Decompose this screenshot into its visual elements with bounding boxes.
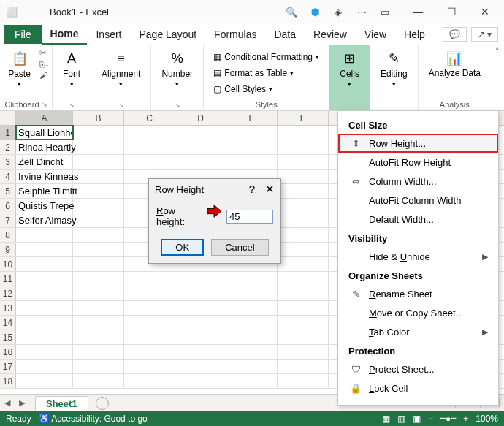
cell-styles-button[interactable]: ▢Cell Styles▾ xyxy=(213,82,319,96)
conditional-formatting-button[interactable]: ▦Conditional Formatting▾ xyxy=(213,50,319,64)
cell[interactable] xyxy=(73,301,124,315)
col-header-A[interactable]: A xyxy=(16,111,73,125)
cell[interactable] xyxy=(124,301,175,315)
alignment-button[interactable]: ≡ Alignment ▾ xyxy=(96,48,146,89)
dialog-close-button[interactable]: ✕ xyxy=(265,183,275,196)
menu-protect-sheet[interactable]: 🛡 Protect Sheet... xyxy=(338,360,498,379)
menu-hide-unhide[interactable]: Hide & Unhide ▶ xyxy=(338,247,498,266)
cell[interactable]: Seifer Almasy xyxy=(16,213,73,227)
cell[interactable] xyxy=(73,345,124,359)
cell[interactable] xyxy=(278,301,329,315)
cell[interactable] xyxy=(175,316,226,330)
cell[interactable] xyxy=(278,360,329,373)
cell[interactable] xyxy=(124,345,175,359)
account-icon[interactable]: ▭ xyxy=(378,7,392,18)
row-header[interactable]: 16 xyxy=(0,345,16,359)
cell[interactable] xyxy=(226,140,278,154)
menu-autofit-col[interactable]: AutoFit Column Width xyxy=(338,191,498,210)
number-button[interactable]: % Number ▾ xyxy=(156,48,199,89)
menu-lock-cell[interactable]: 🔒 Lock Cell xyxy=(338,379,498,398)
cell[interactable]: Zell Dincht xyxy=(16,155,73,169)
number-launcher[interactable]: ↘ xyxy=(175,102,180,109)
collapse-ribbon-icon[interactable]: ˄ xyxy=(495,47,500,56)
row-header[interactable]: 13 xyxy=(0,301,16,315)
cell[interactable] xyxy=(226,360,278,373)
cell[interactable]: Irvine Kinneas xyxy=(16,170,73,183)
autosave-toggle-icon[interactable]: ⬜ xyxy=(6,7,18,18)
cell[interactable] xyxy=(124,316,175,330)
add-sheet-button[interactable]: + xyxy=(96,397,109,410)
row-header[interactable]: 12 xyxy=(0,286,16,300)
cell[interactable] xyxy=(226,272,278,286)
select-all-corner[interactable] xyxy=(0,111,16,125)
cell[interactable] xyxy=(226,345,278,359)
tab-page-layout[interactable]: Page Layout xyxy=(130,25,205,44)
cell[interactable] xyxy=(226,330,278,344)
row-header[interactable]: 4 xyxy=(0,170,16,183)
cell[interactable] xyxy=(278,272,329,286)
cell[interactable] xyxy=(73,330,124,344)
row-header[interactable]: 15 xyxy=(0,330,16,344)
col-header-B[interactable]: B xyxy=(73,111,124,125)
cell[interactable] xyxy=(278,126,329,140)
row-header[interactable]: 5 xyxy=(0,184,16,198)
sheet-tab[interactable]: Sheet1 xyxy=(35,396,88,411)
row-header[interactable]: 9 xyxy=(0,243,16,256)
overflow-icon[interactable]: ⋯ xyxy=(355,7,368,18)
tab-view[interactable]: View xyxy=(356,25,395,44)
cell[interactable] xyxy=(16,272,73,286)
row-header[interactable]: 3 xyxy=(0,155,16,169)
clipboard-launcher[interactable]: ↘ xyxy=(42,101,47,108)
cell[interactable] xyxy=(278,184,329,198)
cell[interactable] xyxy=(73,316,124,330)
menu-rename-sheet[interactable]: ✎ Rename Sheet xyxy=(338,284,498,303)
col-header-E[interactable]: E xyxy=(226,111,278,125)
maximize-button[interactable]: ☐ xyxy=(438,6,465,18)
cell[interactable] xyxy=(175,155,226,169)
cell[interactable] xyxy=(278,316,329,330)
cell[interactable] xyxy=(16,301,73,315)
cell[interactable] xyxy=(124,272,175,286)
cell[interactable] xyxy=(175,126,226,140)
cell[interactable] xyxy=(73,286,124,300)
share-button[interactable]: ↗ ▾ xyxy=(471,27,498,42)
dialog-help-button[interactable]: ? xyxy=(249,183,255,196)
search-icon[interactable]: 🔍 xyxy=(285,7,298,18)
cell[interactable]: Rinoa Heartly xyxy=(16,140,73,154)
font-launcher[interactable]: ↘ xyxy=(69,102,75,109)
ok-button[interactable]: OK xyxy=(161,239,204,256)
cell[interactable]: Squall Lionheart xyxy=(16,126,73,140)
cell[interactable] xyxy=(73,126,124,140)
menu-autofit-row[interactable]: AutoFit Row Height xyxy=(338,153,498,172)
cell[interactable] xyxy=(124,126,175,140)
cell[interactable] xyxy=(16,330,73,344)
tab-file[interactable]: File xyxy=(4,25,42,44)
alignment-launcher[interactable]: ↘ xyxy=(118,102,124,109)
cell[interactable] xyxy=(73,155,124,169)
editing-button[interactable]: ✎ Editing ▾ xyxy=(375,48,413,89)
cells-button[interactable]: ⊞ Cells ▾ xyxy=(334,48,365,89)
tab-formulas[interactable]: Formulas xyxy=(205,25,265,44)
cell[interactable] xyxy=(278,286,329,300)
cell[interactable] xyxy=(73,184,124,198)
sheet-nav-next[interactable]: ▶ xyxy=(15,398,29,408)
row-header[interactable]: 6 xyxy=(0,199,16,213)
cell[interactable] xyxy=(16,374,73,388)
row-header[interactable]: 2 xyxy=(0,140,16,154)
menu-tab-color[interactable]: Tab Color ▶ xyxy=(338,322,498,341)
minimize-button[interactable]: — xyxy=(405,6,431,18)
row-header[interactable]: 1 xyxy=(0,126,16,140)
cell[interactable] xyxy=(16,286,73,300)
analyze-data-button[interactable]: 📊 Analyze Data xyxy=(423,48,486,80)
cell[interactable] xyxy=(16,345,73,359)
cell[interactable] xyxy=(16,243,73,256)
tab-review[interactable]: Review xyxy=(305,25,356,44)
cell[interactable] xyxy=(278,257,329,271)
row-header[interactable]: 7 xyxy=(0,213,16,227)
zoom-slider[interactable]: ━●━ xyxy=(440,414,456,424)
cell[interactable] xyxy=(124,360,175,373)
addin-icon[interactable]: ⬢ xyxy=(308,7,321,18)
cell[interactable] xyxy=(278,228,329,242)
close-button[interactable]: ✕ xyxy=(472,6,498,18)
cell[interactable] xyxy=(226,286,278,300)
